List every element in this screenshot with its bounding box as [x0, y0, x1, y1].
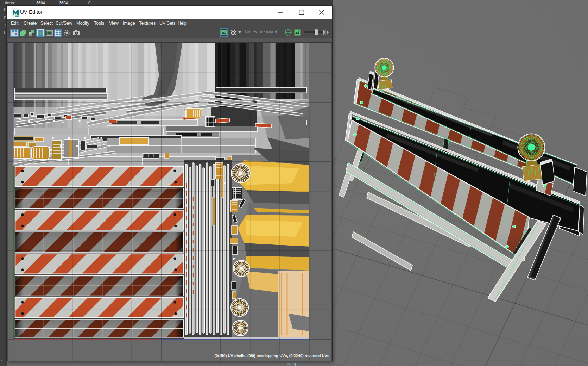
svg-text:RGB: RGB	[285, 31, 291, 34]
